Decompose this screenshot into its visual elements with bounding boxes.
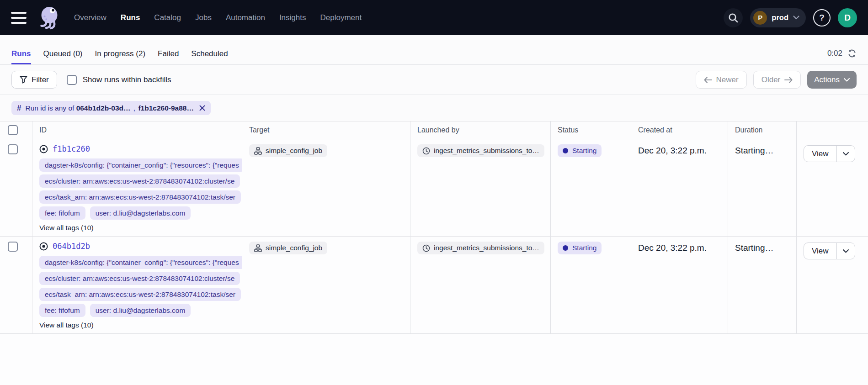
funnel-icon	[20, 76, 27, 84]
nav-runs[interactable]: Runs	[121, 13, 140, 22]
status-dot-icon	[563, 245, 568, 251]
run-id-link[interactable]: 064b1d2b	[53, 242, 90, 251]
older-button[interactable]: Older	[753, 71, 801, 89]
refresh-icon[interactable]	[847, 49, 857, 58]
tab-failed[interactable]: Failed	[158, 49, 179, 64]
tag-fee[interactable]: fee: fifofum	[39, 304, 85, 317]
run-id-filter-chip[interactable]: # Run id is any of 064b1d2b-03d… , f1b1c…	[11, 101, 211, 115]
run-id-link[interactable]: f1b1c260	[53, 144, 90, 153]
tag-ecs-task-arn[interactable]: ecs/task_arn: arn:aws:ecs:us-west-2:8784…	[39, 190, 241, 204]
view-split-button: View	[804, 145, 855, 162]
view-split-button: View	[804, 243, 855, 259]
col-header-actions	[796, 121, 868, 139]
runs-toolbar: Filter Show runs within backfills Newer …	[0, 65, 868, 95]
launched-by-cell: ingest_metrics_submissions_to…	[410, 139, 550, 237]
job-pill[interactable]: simple_config_job	[249, 144, 327, 157]
main-nav-links: Overview Runs Catalog Jobs Automation In…	[74, 13, 362, 22]
arrow-left-icon	[704, 77, 712, 83]
row-checkbox[interactable]	[8, 242, 18, 252]
tag-ecs-cluster[interactable]: ecs/cluster: arn:aws:ecs:us-west-2:87848…	[39, 272, 240, 285]
table-row	[0, 139, 32, 237]
arrow-right-icon	[784, 77, 793, 83]
col-header-target: Target	[242, 121, 410, 139]
chevron-down-icon	[843, 249, 849, 253]
created-at-cell: Dec 20, 3:22 p.m.	[631, 237, 728, 334]
run-id-cell: f1b1c260 dagster-k8s/config: {"container…	[32, 139, 242, 237]
filter-chip-text: Run id is any of 064b1d2b-03d… , f1b1c26…	[25, 104, 193, 112]
tag-user[interactable]: user: d.liu@dagsterlabs.com	[90, 206, 191, 220]
filter-button[interactable]: Filter	[11, 71, 57, 89]
col-header-created-at: Created at	[631, 121, 728, 139]
view-all-tags-link[interactable]: View all tags (10)	[39, 224, 242, 232]
nav-insights[interactable]: Insights	[279, 13, 306, 22]
clock-icon	[422, 244, 430, 252]
row-checkbox[interactable]	[8, 144, 18, 154]
view-caret-button[interactable]	[836, 146, 855, 162]
view-caret-button[interactable]	[836, 243, 855, 259]
run-status-icon	[39, 242, 48, 251]
chevron-down-icon	[844, 78, 850, 82]
deployment-name: prod	[772, 13, 788, 22]
search-icon[interactable]	[724, 8, 743, 27]
tab-in-progress[interactable]: In progress (2)	[95, 49, 146, 64]
col-header-status: Status	[550, 121, 631, 139]
tab-runs[interactable]: Runs	[11, 49, 31, 64]
status-dot-icon	[563, 148, 568, 153]
col-header-launched-by: Launched by	[410, 121, 550, 139]
launched-by-pill[interactable]: ingest_metrics_submissions_to…	[417, 242, 544, 254]
tab-queued[interactable]: Queued (0)	[43, 49, 83, 64]
filter-run-id-2: f1b1c260-9a88…	[138, 104, 194, 112]
clock-icon	[422, 147, 430, 155]
chevron-down-icon	[843, 152, 849, 156]
nav-automation[interactable]: Automation	[226, 13, 265, 22]
created-at-cell: Dec 20, 3:22 p.m.	[631, 139, 728, 237]
tag-dagster-k8s-config[interactable]: dagster-k8s/config: {"container_config":…	[39, 256, 242, 269]
dagster-logo-icon[interactable]	[37, 5, 60, 31]
run-tags: dagster-k8s/config: {"container_config":…	[39, 256, 242, 317]
deployment-switcher[interactable]: P prod	[750, 8, 806, 27]
deployment-avatar: P	[753, 11, 767, 25]
status-badge: Starting	[558, 242, 602, 254]
top-nav: Overview Runs Catalog Jobs Automation In…	[0, 0, 868, 35]
tab-scheduled[interactable]: Scheduled	[191, 49, 228, 64]
actions-button[interactable]: Actions	[807, 71, 857, 89]
backfills-checkbox[interactable]	[67, 75, 77, 85]
view-all-tags-link[interactable]: View all tags (10)	[39, 321, 242, 329]
newer-button[interactable]: Newer	[696, 71, 747, 89]
filter-run-id-1: 064b1d2b-03d…	[76, 104, 131, 112]
view-button[interactable]: View	[804, 243, 836, 259]
duration-cell: Starting…	[728, 139, 796, 237]
tag-user[interactable]: user: d.liu@dagsterlabs.com	[90, 304, 191, 317]
tag-dagster-k8s-config[interactable]: dagster-k8s/config: {"container_config":…	[39, 158, 242, 172]
col-header-id: ID	[32, 121, 242, 139]
target-cell: simple_config_job	[242, 139, 410, 237]
menu-icon[interactable]	[11, 12, 27, 24]
launched-by-pill[interactable]: ingest_metrics_submissions_to…	[417, 144, 544, 157]
tag-ecs-task-arn[interactable]: ecs/task_arn: arn:aws:ecs:us-west-2:8784…	[39, 288, 241, 301]
tag-ecs-cluster[interactable]: ecs/cluster: arn:aws:ecs:us-west-2:87848…	[39, 174, 240, 188]
duration-cell: Starting…	[728, 237, 796, 334]
user-avatar[interactable]: D	[838, 8, 857, 27]
remove-filter-icon[interactable]	[199, 105, 205, 111]
view-button[interactable]: View	[804, 146, 836, 162]
job-pill[interactable]: simple_config_job	[249, 242, 327, 254]
active-filters-row: # Run id is any of 064b1d2b-03d… , f1b1c…	[0, 95, 868, 121]
table-row	[0, 237, 32, 334]
refresh-countdown: 0:02	[827, 49, 842, 58]
nav-right-cluster: P prod ? D	[724, 8, 857, 27]
run-id-cell: 064b1d2b dagster-k8s/config: {"container…	[32, 237, 242, 334]
job-icon	[254, 147, 262, 155]
select-all-checkbox[interactable]	[8, 125, 18, 135]
nav-deployment[interactable]: Deployment	[320, 13, 362, 22]
nav-overview[interactable]: Overview	[74, 13, 107, 22]
nav-jobs[interactable]: Jobs	[195, 13, 212, 22]
tag-fee[interactable]: fee: fifofum	[39, 206, 85, 220]
job-icon	[254, 244, 262, 252]
runs-tabs-bar: Runs Queued (0) In progress (2) Failed S…	[0, 35, 868, 65]
backfills-label: Show runs within backfills	[83, 75, 171, 84]
status-cell: Starting	[550, 237, 631, 334]
hash-icon: #	[17, 104, 21, 113]
nav-catalog[interactable]: Catalog	[154, 13, 181, 22]
status-badge: Starting	[558, 144, 602, 157]
help-icon[interactable]: ?	[813, 9, 831, 26]
